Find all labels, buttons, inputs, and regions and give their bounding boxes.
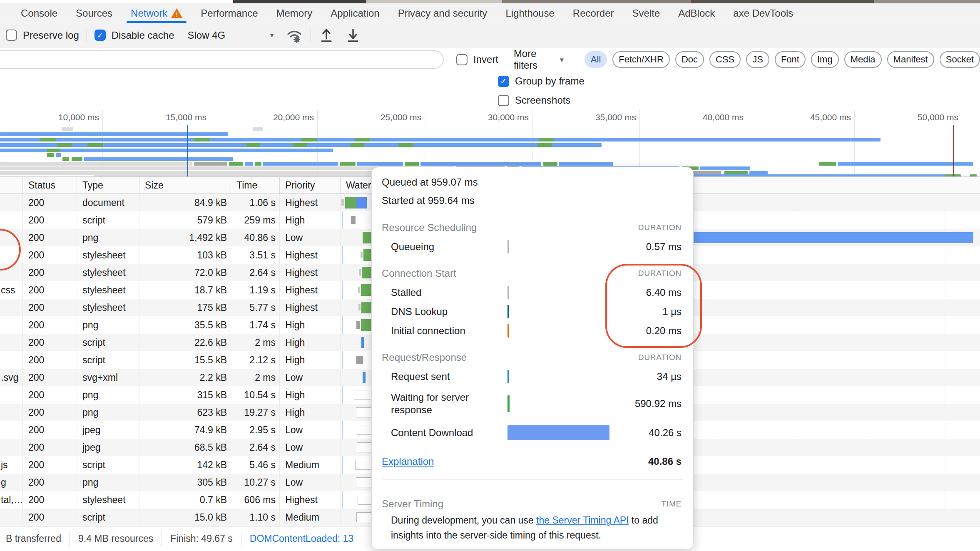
more-filters-label: More filters xyxy=(514,48,554,71)
waterfall-segment-tick xyxy=(341,199,344,206)
overview-bar xyxy=(355,138,370,141)
overview-bar xyxy=(246,143,260,147)
timing-bar-initial xyxy=(507,324,509,338)
tab-recorder[interactable]: Recorder xyxy=(564,3,623,23)
tab-console[interactable]: Console xyxy=(12,3,67,23)
filter-pill-socket[interactable]: Socket xyxy=(940,51,980,68)
waterfall-segment-gray xyxy=(351,216,356,224)
column-header-type[interactable]: Type xyxy=(77,177,139,194)
network-conditions-icon[interactable] xyxy=(286,27,303,44)
tab-network[interactable]: Network! xyxy=(122,3,192,23)
request-name xyxy=(0,299,23,316)
request-name: js xyxy=(0,456,23,474)
tab-memory[interactable]: Memory xyxy=(267,3,322,23)
filter-pill-font[interactable]: Font xyxy=(775,51,806,68)
column-header-time[interactable]: Time xyxy=(231,177,280,194)
status-cell: 200 xyxy=(23,421,77,439)
invert-checkbox[interactable] xyxy=(456,54,468,65)
time-cell: 1.10 s xyxy=(231,509,280,526)
overview-bar xyxy=(700,166,750,170)
invert-label: Invert xyxy=(473,54,498,65)
type-cell: svg+xml xyxy=(77,369,139,386)
filter-separator xyxy=(506,52,506,67)
type-cell: png xyxy=(77,229,139,246)
server-timing-api-link[interactable]: the Server Timing API xyxy=(536,515,629,526)
group-by-frame-toggle[interactable]: Group by frame xyxy=(498,72,585,91)
filter-pill-js[interactable]: JS xyxy=(746,51,769,68)
request-name xyxy=(0,316,23,334)
filter-pill-img[interactable]: Img xyxy=(811,51,839,68)
priority-cell: High xyxy=(280,404,341,421)
column-header-name[interactable] xyxy=(0,177,23,194)
server-timing-title: Server Timing xyxy=(382,498,443,510)
time-cell: 40.86 s xyxy=(231,229,280,246)
tab-adblock[interactable]: AdBlock xyxy=(669,3,724,23)
filter-pill-manifest[interactable]: Manifest xyxy=(887,51,934,68)
toolbar-separator xyxy=(311,28,311,42)
size-cell: 305 kB xyxy=(139,474,231,491)
waterfall-segment-green xyxy=(345,197,356,208)
size-cell: 623 kB xyxy=(139,404,231,421)
more-filters-button[interactable]: More filters ▼ xyxy=(514,48,565,71)
status-item: 9.4 MB resources xyxy=(70,531,162,546)
screenshots-checkbox[interactable] xyxy=(498,95,509,106)
status-cell: 200 xyxy=(23,474,77,491)
priority-cell: Highest xyxy=(280,246,341,264)
group-by-frame-checkbox[interactable] xyxy=(498,76,509,87)
tab-sources[interactable]: Sources xyxy=(67,3,122,23)
screenshots-toggle[interactable]: Screenshots xyxy=(498,91,570,110)
filter-pill-doc[interactable]: Doc xyxy=(675,51,704,68)
size-cell: 175 kB xyxy=(139,299,231,316)
priority-cell: Highest xyxy=(280,281,341,299)
tab-axe-devtools[interactable]: axe DevTools xyxy=(724,3,802,23)
column-header-size[interactable]: Size xyxy=(139,177,231,194)
priority-cell: Highest xyxy=(280,264,341,281)
overview-bar xyxy=(537,143,552,147)
size-cell: 18.7 kB xyxy=(139,281,231,299)
filter-pill-css[interactable]: CSS xyxy=(709,51,741,68)
waterfall-segment-bluethin xyxy=(361,337,364,348)
tab-performance[interactable]: Performance xyxy=(192,3,267,23)
request-name xyxy=(0,386,23,404)
priority-cell: Medium xyxy=(280,456,341,474)
size-cell: 35.5 kB xyxy=(139,316,231,334)
annotation-oval xyxy=(605,264,702,348)
filter-pill-media[interactable]: Media xyxy=(844,51,882,68)
throttling-value: Slow 4G xyxy=(187,30,225,41)
preserve-log-toggle[interactable]: Preserve log xyxy=(6,30,79,41)
tab-privacy-and-security[interactable]: Privacy and security xyxy=(389,3,497,23)
type-cell: png xyxy=(77,386,139,404)
disable-cache-toggle[interactable]: Disable cache xyxy=(95,30,174,41)
filter-input[interactable] xyxy=(0,50,444,69)
filter-pill-all[interactable]: All xyxy=(585,51,607,68)
tab-svelte[interactable]: Svelte xyxy=(623,3,669,23)
import-har-icon[interactable] xyxy=(345,27,361,44)
waterfall-segment-green xyxy=(361,319,371,331)
status-cell: 200 xyxy=(23,246,77,264)
column-header-status[interactable]: Status xyxy=(23,177,77,194)
overview-bar xyxy=(56,153,61,157)
ruler-label: 20,000 ms xyxy=(273,112,314,122)
overview-bar xyxy=(194,162,227,166)
ruler-label: 50,000 ms xyxy=(918,112,958,122)
filter-pill-fetch-xhr[interactable]: Fetch/XHR xyxy=(612,51,670,68)
throttling-select[interactable]: Slow 4G ▼ xyxy=(187,30,275,41)
overview-bar xyxy=(84,157,233,161)
waterfall-segment-box xyxy=(356,477,371,487)
status-cell: 200 xyxy=(23,194,77,211)
ruler-label: 15,000 ms xyxy=(166,112,206,122)
type-cell: stylesheet xyxy=(77,299,139,316)
waterfall-segment-green xyxy=(361,284,371,296)
tab-lighthouse[interactable]: Lighthouse xyxy=(496,3,563,23)
overview-bar xyxy=(301,138,317,141)
disable-cache-checkbox[interactable] xyxy=(95,30,106,41)
invert-toggle[interactable]: Invert xyxy=(456,54,498,65)
time-cell: 259 ms xyxy=(231,211,280,229)
tab-application[interactable]: Application xyxy=(321,3,388,23)
preserve-log-checkbox[interactable] xyxy=(6,30,17,41)
priority-cell: High xyxy=(280,334,341,351)
explanation-link[interactable]: Explanation xyxy=(382,456,434,467)
export-har-icon[interactable] xyxy=(318,27,334,44)
type-cell: script xyxy=(77,334,139,351)
column-header-priority[interactable]: Priority xyxy=(280,177,341,194)
